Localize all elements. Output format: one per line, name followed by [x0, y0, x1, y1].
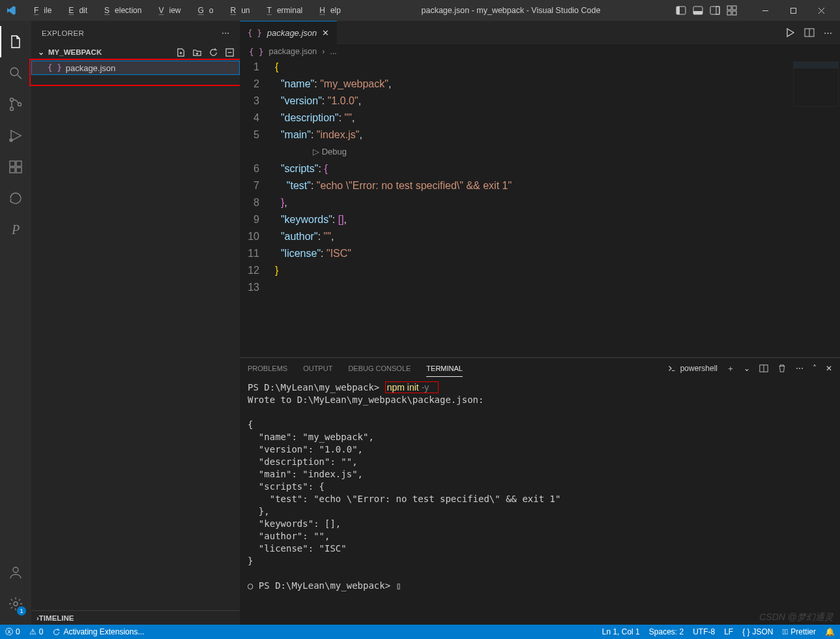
activity-scm[interactable]: [0, 89, 31, 120]
json-file-icon: { }: [248, 29, 262, 38]
svg-point-12: [10, 98, 14, 102]
code-content[interactable]: { "name": "my_webpack", "version": "1.0.…: [271, 59, 512, 357]
panel-tab-terminal[interactable]: TERMINAL: [426, 361, 463, 377]
chevron-down-icon: ⌄: [36, 48, 46, 57]
breadcrumb-file: package.json: [269, 47, 317, 56]
json-file-icon: { }: [48, 63, 62, 72]
menu-go[interactable]: Go: [187, 3, 218, 18]
customize-layout-icon[interactable]: [727, 5, 737, 16]
status-lncol[interactable]: Ln 1, Col 1: [602, 627, 640, 636]
new-terminal-icon[interactable]: ＋: [727, 363, 734, 374]
explorer-sidebar: EXPLORER ⋯ ⌄ MY_WEBPACK { } package.json…: [31, 21, 240, 625]
panel-tab-output[interactable]: OUTPUT: [303, 361, 332, 376]
terminal-dropdown-icon[interactable]: ⌄: [744, 364, 750, 373]
menu-file[interactable]: File: [23, 3, 57, 18]
svg-rect-4: [710, 7, 719, 14]
split-terminal-icon[interactable]: [759, 364, 768, 373]
json-file-icon: { }: [249, 47, 264, 57]
activity-account[interactable]: [0, 557, 31, 588]
layout-controls: [676, 5, 737, 16]
panel-left-icon[interactable]: [676, 5, 686, 16]
line-gutter: 12345678910111213: [240, 59, 271, 357]
menu-run[interactable]: Run: [220, 3, 255, 18]
menu-view[interactable]: View: [148, 3, 186, 18]
editor-more-icon[interactable]: ⋯: [824, 28, 832, 38]
status-warnings[interactable]: ⚠ 0: [29, 627, 44, 636]
svg-rect-18: [16, 168, 22, 173]
menu-terminal[interactable]: Terminal: [257, 3, 308, 18]
panel-bottom-icon[interactable]: [693, 5, 703, 16]
code-editor[interactable]: 12345678910111213 { "name": "my_webpack"…: [240, 59, 840, 357]
panel-tabs: PROBLEMS OUTPUT DEBUG CONSOLE TERMINAL p…: [240, 358, 840, 379]
activity-prettier[interactable]: P: [0, 214, 31, 245]
vscode-logo-icon: [5, 5, 17, 16]
new-file-icon[interactable]: [176, 48, 186, 57]
timeline-header[interactable]: › TIMELINE: [31, 610, 240, 625]
collapse-icon[interactable]: [225, 48, 235, 57]
svg-point-11: [10, 68, 18, 76]
title-bar: File Edit Selection View Go Run Terminal…: [0, 0, 840, 21]
svg-point-20: [13, 567, 18, 572]
svg-rect-6: [727, 6, 731, 10]
refresh-icon[interactable]: [209, 48, 218, 57]
svg-point-21: [14, 602, 18, 606]
menu-bar: File Edit Selection View Go Run Terminal…: [23, 3, 346, 18]
split-editor-icon[interactable]: [804, 27, 815, 38]
kill-terminal-icon[interactable]: [777, 364, 787, 373]
project-header[interactable]: ⌄ MY_WEBPACK: [31, 45, 240, 59]
status-errors[interactable]: ⓧ 0: [5, 627, 20, 638]
svg-rect-16: [10, 161, 15, 166]
menu-help[interactable]: Help: [309, 3, 346, 18]
svg-point-13: [10, 108, 14, 111]
tab-package-json[interactable]: { } package.json ✕: [240, 21, 337, 44]
activity-search[interactable]: [0, 57, 31, 89]
new-folder-icon[interactable]: [192, 48, 202, 57]
minimap[interactable]: [793, 61, 839, 107]
explorer-header: EXPLORER ⋯: [31, 21, 240, 45]
activity-explorer[interactable]: [0, 26, 31, 57]
file-tree: { } package.json: [31, 59, 240, 76]
status-language[interactable]: { } JSON: [742, 627, 773, 636]
close-panel-icon[interactable]: ✕: [826, 364, 832, 373]
activity-extensions[interactable]: [0, 151, 31, 183]
activity-bar: P 1: [0, 21, 31, 625]
status-encoding[interactable]: UTF-8: [693, 627, 715, 636]
window-controls: [751, 1, 835, 20]
svg-rect-8: [727, 11, 731, 15]
window-title: package.json - my_webpack - Visual Studi…: [349, 6, 673, 15]
file-name: package.json: [66, 63, 116, 73]
svg-rect-7: [732, 6, 736, 10]
breadcrumb[interactable]: { } package.json › ...: [240, 44, 840, 59]
tab-bar: { } package.json ✕ ⋯: [240, 21, 840, 44]
status-spaces[interactable]: Spaces: 2: [649, 627, 684, 636]
maximize-button[interactable]: [779, 1, 807, 20]
panel-right-icon[interactable]: [710, 5, 720, 16]
maximize-panel-icon[interactable]: ˄: [813, 364, 817, 373]
timeline-label: TIMELINE: [39, 614, 74, 622]
explorer-menu-icon[interactable]: ⋯: [222, 29, 229, 38]
panel-more-icon[interactable]: ⋯: [796, 364, 804, 373]
menu-selection[interactable]: Selection: [94, 3, 147, 18]
status-prettier[interactable]: ✕⃝ Prettier: [783, 627, 816, 636]
panel-tab-debugconsole[interactable]: DEBUG CONSOLE: [348, 361, 411, 376]
menu-edit[interactable]: Edit: [58, 3, 93, 18]
explorer-title: EXPLORER: [42, 29, 84, 37]
editor-area: { } package.json ✕ ⋯ { } package.json › …: [240, 21, 840, 625]
svg-point-14: [18, 103, 22, 106]
minimize-button[interactable]: [751, 1, 779, 20]
activity-settings[interactable]: 1: [0, 588, 31, 619]
run-icon[interactable]: [785, 27, 795, 38]
breadcrumb-more: ...: [330, 47, 336, 56]
tree-item-package-json[interactable]: { } package.json: [31, 61, 240, 75]
svg-rect-1: [676, 7, 680, 14]
terminal-content[interactable]: PS D:\MyLean\my_webpack> npm init -y Wro…: [240, 379, 840, 625]
panel-tab-problems[interactable]: PROBLEMS: [248, 361, 287, 376]
status-activating[interactable]: Activating Extensions...: [52, 627, 144, 636]
status-eol[interactable]: LF: [724, 627, 733, 636]
close-button[interactable]: [807, 1, 835, 20]
status-bell-icon[interactable]: 🔔: [825, 627, 835, 636]
activity-remote[interactable]: [0, 183, 31, 214]
activity-debug[interactable]: [0, 120, 31, 151]
close-icon[interactable]: ✕: [322, 28, 329, 38]
terminal-shell-selector[interactable]: powershell: [667, 364, 717, 373]
